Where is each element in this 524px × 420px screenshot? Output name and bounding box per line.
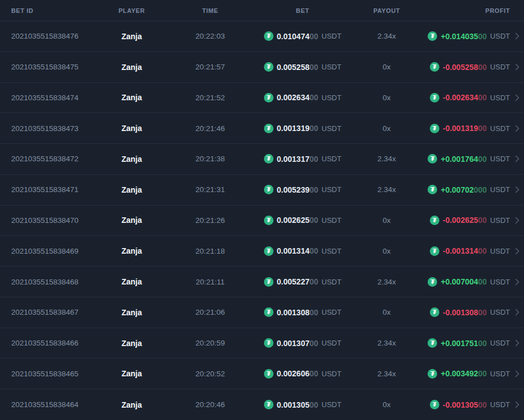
profit-currency-label: USDT <box>490 94 510 102</box>
player-name: Zanja <box>106 339 157 348</box>
tether-icon: ₮ <box>430 216 439 225</box>
bet-amount-trailing-zeros: 00 <box>309 155 318 164</box>
bet-time: 20:21:11 <box>157 278 263 286</box>
player-name: Zanja <box>106 277 157 286</box>
bet-id-value: 2021035515838465 <box>0 370 106 378</box>
bet-id-value: 2021035515838473 <box>0 124 106 133</box>
table-row[interactable]: 2021035515838465 Zanja 20:20:52 ₮ 0.0026… <box>0 358 524 389</box>
bet-amount-trailing-zeros: 00 <box>309 277 318 286</box>
table-row[interactable]: 2021035515838476 Zanja 20:22:03 ₮ 0.0104… <box>0 21 524 52</box>
profit-amount-trailing-zeros: 000 <box>474 185 486 194</box>
table-row[interactable]: 2021035515838467 Zanja 20:21:06 ₮ 0.0013… <box>0 297 524 328</box>
profit-amount-cell: ₮ +0.00175100 USDT <box>432 338 510 348</box>
tether-icon: ₮ <box>264 400 273 409</box>
tether-icon: ₮ <box>428 154 437 164</box>
table-row[interactable]: 2021035515838474 Zanja 20:21:52 ₮ 0.0026… <box>0 83 524 114</box>
bet-amount-trailing-zeros: 00 <box>309 339 318 348</box>
bet-amount-trailing-zeros: 00 <box>309 93 318 102</box>
profit-amount: -0.00262500 <box>443 216 487 225</box>
profit-amount-cell: ₮ +0.01403500 USDT <box>432 31 510 41</box>
player-name: Zanja <box>106 369 157 378</box>
tether-icon: ₮ <box>264 338 273 348</box>
table-row[interactable]: 2021035515838473 Zanja 20:21:46 ₮ 0.0013… <box>0 113 524 144</box>
payout-multiplier: 0x <box>342 63 432 71</box>
tether-icon: ₮ <box>430 246 439 256</box>
player-name: Zanja <box>106 216 157 225</box>
profit-amount-cell: ₮ -0.00262500 USDT <box>432 216 510 225</box>
payout-multiplier: 0x <box>342 400 432 409</box>
chevron-right-icon[interactable] <box>515 186 520 193</box>
bet-currency-label: USDT <box>322 308 341 316</box>
bet-currency-label: USDT <box>322 339 341 347</box>
profit-amount-trailing-zeros: 00 <box>478 246 487 255</box>
chevron-right-icon[interactable] <box>515 32 520 40</box>
payout-multiplier: 0x <box>342 216 432 225</box>
column-header-profit: PROFIT <box>432 7 510 14</box>
profit-currency-label: USDT <box>490 216 510 225</box>
profit-currency-label: USDT <box>490 278 510 286</box>
table-row[interactable]: 2021035515838471 Zanja 20:21:31 ₮ 0.0052… <box>0 175 524 206</box>
profit-currency-label: USDT <box>490 370 510 378</box>
chevron-right-icon[interactable] <box>515 125 520 132</box>
chevron-right-icon[interactable] <box>515 217 520 224</box>
bet-time: 20:20:46 <box>157 400 263 409</box>
table-header-row: BET ID PLAYER TIME BET PAYOUT PROFIT <box>0 0 524 21</box>
profit-currency-label: USDT <box>490 32 510 40</box>
row-detail-chevron-cell <box>510 267 524 297</box>
profit-amount-trailing-zeros: 00 <box>478 277 487 286</box>
tether-icon: ₮ <box>428 338 437 348</box>
chevron-right-icon[interactable] <box>515 278 520 286</box>
bet-currency-label: USDT <box>322 370 341 378</box>
table-row[interactable]: 2021035515838466 Zanja 20:20:59 ₮ 0.0013… <box>0 328 524 359</box>
row-detail-chevron-cell <box>510 113 524 143</box>
profit-amount: -0.00130500 <box>443 400 487 409</box>
bet-amount-cell: ₮ 0.01047400 USDT <box>263 31 342 41</box>
chevron-right-icon[interactable] <box>515 94 520 101</box>
table-row[interactable]: 2021035515838464 Zanja 20:20:46 ₮ 0.0013… <box>0 389 524 420</box>
table-row[interactable]: 2021035515838470 Zanja 20:21:26 ₮ 0.0026… <box>0 206 524 236</box>
tether-icon: ₮ <box>264 185 273 194</box>
tether-icon: ₮ <box>430 400 439 409</box>
bet-time: 20:21:57 <box>157 63 263 71</box>
chevron-right-icon[interactable] <box>515 309 520 316</box>
chevron-right-icon[interactable] <box>515 401 520 408</box>
tether-icon: ₮ <box>430 62 439 72</box>
profit-amount: +0.00176400 <box>440 155 486 164</box>
chevron-right-icon[interactable] <box>515 63 520 71</box>
bet-amount: 0.00131400 <box>277 246 318 255</box>
bet-currency-label: USDT <box>322 278 341 286</box>
bet-currency-label: USDT <box>322 216 341 225</box>
chevron-right-icon[interactable] <box>515 339 520 347</box>
bet-amount-cell: ₮ 0.00130500 USDT <box>263 400 342 409</box>
table-row[interactable]: 2021035515838472 Zanja 20:21:38 ₮ 0.0013… <box>0 144 524 175</box>
chevron-right-icon[interactable] <box>515 370 520 377</box>
column-header-time: TIME <box>157 7 263 14</box>
bet-amount-trailing-zeros: 00 <box>309 185 318 194</box>
chevron-right-icon[interactable] <box>515 155 520 162</box>
player-name: Zanja <box>106 124 157 133</box>
bet-amount-cell: ₮ 0.00263400 USDT <box>263 93 342 102</box>
table-body: 2021035515838476 Zanja 20:22:03 ₮ 0.0104… <box>0 21 524 420</box>
tether-icon: ₮ <box>264 369 273 379</box>
profit-amount-trailing-zeros: 00 <box>478 339 487 348</box>
bet-amount: 0.00523900 <box>277 185 318 194</box>
table-row[interactable]: 2021035515838475 Zanja 20:21:57 ₮ 0.0052… <box>0 52 524 83</box>
player-name: Zanja <box>106 185 157 194</box>
bet-amount: 0.00131900 <box>277 124 318 133</box>
profit-amount-trailing-zeros: 00 <box>478 124 487 133</box>
tether-icon: ₮ <box>264 216 273 225</box>
bet-amount-cell: ₮ 0.00262500 USDT <box>263 216 342 225</box>
profit-currency-label: USDT <box>490 185 510 194</box>
chevron-right-icon[interactable] <box>515 248 520 255</box>
bet-amount: 0.00525800 <box>277 63 318 72</box>
tether-icon: ₮ <box>428 277 437 287</box>
bet-time: 20:21:26 <box>157 216 263 225</box>
profit-amount: -0.00131400 <box>443 246 487 255</box>
bet-time: 20:21:31 <box>157 185 263 194</box>
profit-amount-cell: ₮ +0.00176400 USDT <box>432 154 510 164</box>
tether-icon: ₮ <box>264 277 273 287</box>
table-row[interactable]: 2021035515838468 Zanja 20:21:11 ₮ 0.0052… <box>0 267 524 297</box>
table-row[interactable]: 2021035515838469 Zanja 20:21:18 ₮ 0.0013… <box>0 236 524 267</box>
bet-id-value: 2021035515838467 <box>0 308 106 316</box>
payout-multiplier: 2.34x <box>342 185 432 194</box>
